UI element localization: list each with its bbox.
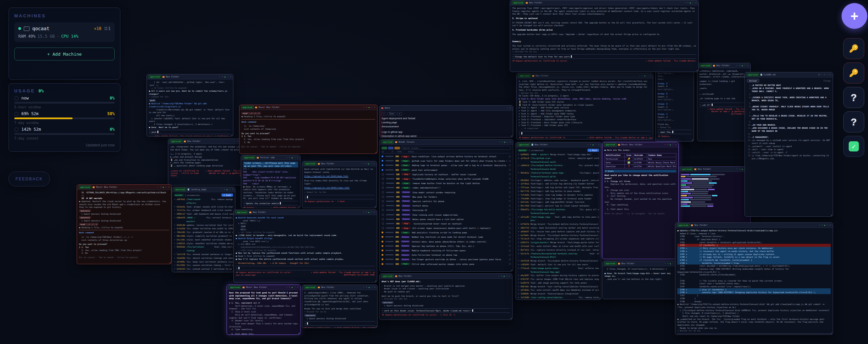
prompt-input[interactable]: >: [519, 131, 651, 135]
minimize-button[interactable]: −: [286, 156, 287, 159]
window-icons[interactable]: approvedMover New Folder−+●⛶✕● Here are …: [602, 142, 679, 259]
commit-row[interactable]: •a6876b1(feat/sound-effects)fix: reduce …: [174, 198, 233, 205]
issue-menu-icon[interactable]: [509, 258, 511, 260]
commit-row[interactable]: •b182371(origin/master)Merge branch 'fea…: [518, 241, 599, 245]
zoom-button[interactable]: +: [222, 75, 223, 78]
status-dot[interactable]: ●: [644, 74, 645, 77]
prompt-input[interactable]: >: [304, 321, 375, 326]
progress-filter-pill[interactable]: [388, 147, 393, 149]
window-titlebar[interactable]: approvedCLAUDE.md⚙−+⛶✕: [745, 72, 833, 77]
close-button[interactable]: ✕: [830, 73, 831, 76]
issue-row[interactable]: futureMobile keyboard resizing of fullsc…: [382, 248, 511, 253]
status-dot[interactable]: ●: [742, 168, 743, 171]
issue-row[interactable]: bugflushDeferredOutputs drops selection …: [382, 177, 511, 181]
fullscreen-button[interactable]: ⛶: [371, 211, 372, 214]
window-read-files[interactable]: approvedMover New Folder−+●⛶✕read ../../…: [239, 105, 378, 154]
issue-row[interactable]: bugAlt-screen regex unnecessary double-p…: [382, 226, 511, 230]
minimize-button[interactable]: −: [587, 143, 588, 146]
close-button[interactable]: ✕: [747, 64, 749, 67]
prompt-input[interactable]: >Change the default tier to free for new…: [512, 54, 696, 59]
zoom-button[interactable]: +: [739, 168, 740, 171]
minimize-button[interactable]: −: [234, 140, 235, 143]
prompt-input[interactable]: >…ve it!: [699, 103, 748, 107]
window-groups[interactable]: approvedNew Folder−+●⛶✕Count: 1Descripti…: [655, 62, 694, 142]
status-dot[interactable]: ●: [227, 188, 228, 191]
fullscreen-button[interactable]: ⛶: [506, 275, 508, 278]
commit-row[interactable]: •2c88221style: smoother narration shadow…: [174, 242, 233, 246]
question-notification-button[interactable]: ?: [843, 111, 864, 132]
window-aesthetics[interactable]: approvedNew Folder−+●⛶✕…sthetics (editor…: [697, 63, 751, 141]
issue-row[interactable]: futureAuto-fullscreen terminal on phone …: [382, 253, 511, 257]
window-sounds[interactable]: approvedNew Folder−+●⛶✕● Bash(# Generate…: [233, 210, 377, 283]
status-dot[interactable]: ●: [670, 143, 671, 146]
prompt-input[interactable]: >Update the animation module: [243, 201, 298, 205]
fullscreen-button[interactable]: ⛶: [595, 143, 597, 146]
issue-row[interactable]: futureSpecial controls for phone: [382, 199, 511, 203]
issue-menu-icon[interactable]: [509, 209, 511, 211]
commit-row[interactable]: •8d5b6de(fix/narration-timing)feat: show…: [174, 245, 233, 253]
window-titlebar[interactable]: approvedNew Folder−+●⛶✕: [510, 0, 698, 5]
window-tier-doc[interactable]: approvedNew Folder−+●⛶✕The pairing flow …: [510, 0, 699, 72]
issue-menu-icon[interactable]: [509, 232, 511, 234]
window-titlebar[interactable]: approvedNew Folder−+●⛶✕: [517, 73, 653, 78]
issue-menu-icon[interactable]: [509, 222, 511, 224]
commit-row[interactable]: •b32eb4afeat: proper sounds with click-t…: [174, 205, 233, 209]
fullscreen-button[interactable]: ⛶: [227, 75, 229, 78]
window-hard-refresh[interactable]: approvedNew Folder−+●⛶✕Hard-refresh with…: [302, 161, 377, 208]
minimize-button[interactable]: −: [498, 275, 499, 278]
feedback-button[interactable]: FEEDBACK: [8, 171, 50, 186]
done-notification-button[interactable]: ✓: [843, 136, 864, 157]
commit-row[interactable]: •f11f17afix: proper keyboard and click s…: [174, 209, 233, 212]
issue-menu-icon[interactable]: [509, 156, 511, 158]
commit-row[interactable]: •63cc60cstyle: much smoother narration s…: [174, 238, 233, 242]
note-tab[interactable]: Tier: [387, 112, 396, 115]
window-titlebar[interactable]: approvedNew Folder−+●⛶✕: [234, 210, 377, 215]
close-button[interactable]: ✕: [598, 143, 599, 146]
minimize-button[interactable]: −: [821, 73, 822, 76]
status-dot[interactable]: ●: [504, 141, 505, 144]
commit-row[interactable]: •8387d6cMerge branch 'tier-config-consol…: [518, 285, 599, 289]
status-dot[interactable]: ●: [824, 224, 825, 227]
close-button[interactable]: ✕: [695, 1, 697, 4]
window-users-pro[interactable]: approvedNew Folder−+●⛶✕ [ id: 'user_a6cf…: [147, 74, 233, 137]
issue-menu-icon[interactable]: [509, 160, 511, 162]
issue-row[interactable]: futureView model context window remainin…: [382, 190, 511, 195]
fullscreen-button[interactable]: ⛶: [744, 64, 746, 67]
fullscreen-button[interactable]: ⛶: [672, 262, 674, 265]
window-update-agents[interactable]: approvedNew Folder−+●⛶✕2. updateAgentsMo…: [302, 285, 378, 328]
commit-row[interactable]: •fafa6bbfeat(tags): show tag badge in dy…: [518, 193, 599, 197]
commit-row[interactable]: •77b3985feat(tags): show tag badge in te…: [518, 197, 599, 201]
fullscreen-button[interactable]: ⛶: [370, 162, 372, 165]
search-input[interactable]: Search issues...: [401, 146, 511, 150]
close-button[interactable]: ✕: [230, 75, 231, 78]
fullscreen-button[interactable]: ⛶: [692, 1, 694, 4]
fullscreen-button[interactable]: ⛶: [827, 73, 828, 76]
issue-menu-icon[interactable]: [509, 218, 511, 220]
close-button[interactable]: ✕: [232, 188, 233, 191]
minimize-button[interactable]: −: [363, 286, 364, 289]
commit-row[interactable]: •a83b667fix: resize tmux pane before cap…: [518, 230, 599, 234]
prompt-input[interactable]: >push: [149, 130, 231, 134]
issue-row[interactable]: futurePane linking with visual edges/arr…: [382, 212, 511, 217]
status-dot[interactable]: ●: [225, 75, 226, 78]
zoom-button[interactable]: +: [366, 286, 367, 289]
issue-row[interactable]: bug_historyInjected never reset on reatt…: [382, 221, 511, 226]
commit-row[interactable]: •3188d8cMerge branch 'feature/macos-inte…: [518, 292, 599, 296]
minimize-button[interactable]: −: [818, 224, 820, 227]
fullscreen-button[interactable]: ⛶: [672, 143, 674, 146]
zoom-button[interactable]: +: [366, 106, 367, 109]
commit-row[interactable]: •b7fb97bMerge branch 'fix/output-before-…: [518, 222, 599, 226]
zoom-button[interactable]: +: [289, 286, 290, 289]
fullscreen-button[interactable]: ⛶: [647, 74, 649, 77]
status-dot[interactable]: ●: [593, 143, 594, 146]
window-claude-md[interactable]: approvedCLAUDE.md⚙−+⛶✕ReloadChange1…N MA…: [745, 72, 833, 217]
permission-notification-button[interactable]: [843, 62, 864, 84]
commit-row[interactable]: •29a668dfix: adjust narration timings an…: [174, 256, 233, 260]
status-dot[interactable]: ●: [369, 106, 370, 109]
minimize-button[interactable]: −: [736, 168, 737, 171]
commit-row[interactable]: •8ef7d11fix: capture history directly in…: [518, 248, 599, 252]
minimize-button[interactable]: −: [499, 141, 500, 144]
commit-row[interactable]: •a97b88cfix: keep last narration sentenc…: [174, 260, 233, 264]
issue-menu-icon[interactable]: [509, 245, 511, 247]
fullscreen-button[interactable]: ⛶: [371, 286, 373, 289]
